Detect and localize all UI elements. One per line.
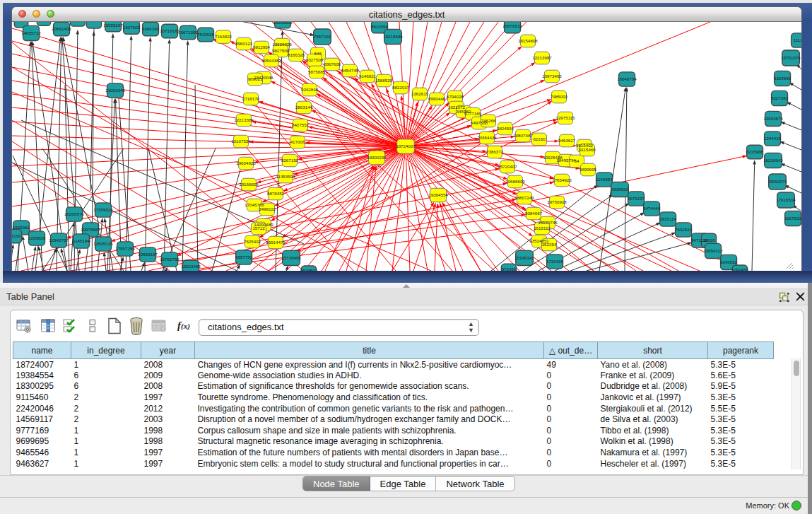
svg-text:1527602: 1527602 — [123, 25, 141, 30]
svg-text:39159: 39159 — [12, 233, 20, 238]
svg-text:10807487: 10807487 — [513, 133, 533, 138]
svg-text:15196141: 15196141 — [514, 255, 534, 260]
svg-text:20691406: 20691406 — [52, 26, 71, 31]
svg-text:1362615: 1362615 — [411, 91, 429, 96]
svg-text:6466160: 6466160 — [142, 26, 160, 31]
svg-text:1588520: 1588520 — [375, 78, 393, 83]
svg-text:1156829: 1156829 — [28, 235, 45, 240]
svg-text:15751074: 15751074 — [781, 55, 801, 60]
svg-text:8960123: 8960123 — [235, 41, 253, 46]
svg-text:8427552: 8427552 — [292, 122, 310, 127]
svg-text:15712: 15712 — [252, 226, 265, 230]
svg-text:20364436: 20364436 — [477, 135, 497, 140]
svg-text:8938923: 8938923 — [611, 187, 629, 192]
svg-text:9242848: 9242848 — [301, 87, 319, 92]
svg-text:1733426: 1733426 — [546, 259, 564, 264]
svg-text:8878352: 8878352 — [267, 191, 285, 196]
svg-text:2718170: 2718170 — [242, 96, 260, 101]
svg-text:6794028: 6794028 — [447, 94, 464, 99]
svg-text:8267150: 8267150 — [281, 158, 299, 163]
svg-text:16914479: 16914479 — [266, 240, 286, 245]
svg-text:17957255: 17957255 — [115, 246, 135, 251]
svg-text:10654112: 10654112 — [703, 248, 723, 253]
svg-text:10655267: 10655267 — [103, 23, 123, 28]
svg-text:9657791: 9657791 — [235, 255, 253, 259]
svg-text:8186328: 8186328 — [288, 52, 305, 57]
svg-text:9115460: 9115460 — [579, 147, 596, 152]
svg-text:5875685: 5875685 — [308, 69, 326, 74]
svg-text:7557224: 7557224 — [314, 34, 331, 39]
svg-text:12213987: 12213987 — [532, 55, 552, 60]
svg-text:16120746: 16120746 — [538, 220, 558, 225]
svg-text:8822037: 8822037 — [392, 85, 410, 90]
svg-text:17016504: 17016504 — [776, 197, 796, 202]
svg-text:20975887: 20975887 — [81, 227, 100, 232]
svg-text:21053346: 21053346 — [105, 88, 125, 93]
svg-text:16210643: 16210643 — [763, 158, 783, 163]
svg-text:1167533: 1167533 — [784, 216, 801, 221]
svg-text:2867608: 2867608 — [324, 62, 341, 66]
svg-text:19384554: 19384554 — [428, 192, 448, 197]
svg-text:18495794: 18495794 — [556, 158, 576, 163]
svg-text:1092450: 1092450 — [731, 267, 749, 271]
svg-text:252254: 252254 — [542, 242, 557, 247]
svg-text:11123: 11123 — [794, 37, 801, 42]
svg-text:8990448: 8990448 — [428, 96, 446, 101]
svg-text:7515526: 7515526 — [197, 32, 215, 37]
svg-text:989021: 989021 — [248, 76, 263, 81]
svg-text:7163822: 7163822 — [215, 34, 233, 39]
svg-text:2803144: 2803144 — [295, 105, 313, 110]
svg-text:1615112: 1615112 — [534, 226, 551, 230]
svg-text:972450: 972450 — [502, 267, 517, 271]
svg-text:62160: 62160 — [533, 136, 546, 141]
svg-text:9227343: 9227343 — [771, 95, 789, 100]
svg-text:15716485: 15716485 — [281, 255, 301, 260]
svg-text:18807249: 18807249 — [514, 195, 534, 200]
svg-text:3824554: 3824554 — [497, 126, 514, 131]
svg-text:9084067: 9084067 — [525, 211, 543, 216]
svg-text:9474444: 9474444 — [643, 206, 661, 211]
svg-text:1244419: 1244419 — [764, 136, 782, 141]
svg-text:20876812: 20876812 — [502, 23, 522, 28]
svg-text:7386372: 7386372 — [486, 149, 504, 154]
svg-text:7625402: 7625402 — [244, 239, 261, 244]
svg-text:12213389: 12213389 — [234, 117, 254, 122]
svg-text:13226058: 13226058 — [272, 42, 292, 47]
svg-text:9827500: 9827500 — [272, 48, 290, 53]
svg-text:3498222: 3498222 — [259, 206, 276, 211]
svg-text:746266: 746266 — [481, 118, 496, 123]
svg-text:12093873: 12093873 — [763, 116, 783, 121]
svg-text:7485003: 7485003 — [551, 94, 568, 99]
svg-text:1140954: 1140954 — [596, 177, 613, 182]
svg-text:8454749: 8454749 — [341, 68, 359, 73]
svg-text:9699695: 9699695 — [579, 167, 597, 172]
svg-text:8215988: 8215988 — [746, 149, 764, 154]
svg-text:9463627: 9463627 — [558, 138, 576, 143]
svg-text:7632621: 7632621 — [675, 227, 693, 232]
svg-text:6679197: 6679197 — [628, 196, 645, 201]
svg-text:1535061: 1535061 — [13, 225, 30, 230]
svg-text:18300295: 18300295 — [367, 155, 387, 160]
svg-text:16648784: 16648784 — [617, 76, 637, 81]
svg-text:8813054: 8813054 — [371, 24, 389, 29]
svg-text:19218586: 19218586 — [383, 34, 403, 39]
svg-text:16033809: 16033809 — [273, 22, 293, 25]
svg-text:20206576: 20206576 — [64, 211, 84, 216]
svg-text:16154808: 16154808 — [518, 38, 538, 43]
svg-text:1145194: 1145194 — [73, 238, 90, 243]
svg-text:19756928: 19756928 — [547, 199, 567, 204]
svg-text:18626: 18626 — [702, 238, 715, 243]
svg-text:2935114: 2935114 — [659, 216, 676, 221]
svg-text:14055712: 14055712 — [21, 30, 41, 35]
svg-text:9924502: 9924502 — [300, 268, 318, 271]
svg-text:8912954: 8912954 — [253, 45, 271, 49]
svg-text:417006: 417006 — [290, 139, 305, 144]
svg-text:12923468: 12923468 — [181, 264, 201, 269]
svg-text:12975115: 12975115 — [555, 115, 575, 120]
svg-text:10973493: 10973493 — [542, 74, 562, 78]
svg-text:9777169: 9777169 — [464, 111, 482, 116]
svg-text:15692971: 15692971 — [767, 179, 787, 184]
svg-text:9329966: 9329966 — [774, 76, 792, 81]
svg-text:19654925: 19654925 — [236, 160, 256, 165]
svg-text:17359924: 17359924 — [93, 207, 113, 212]
